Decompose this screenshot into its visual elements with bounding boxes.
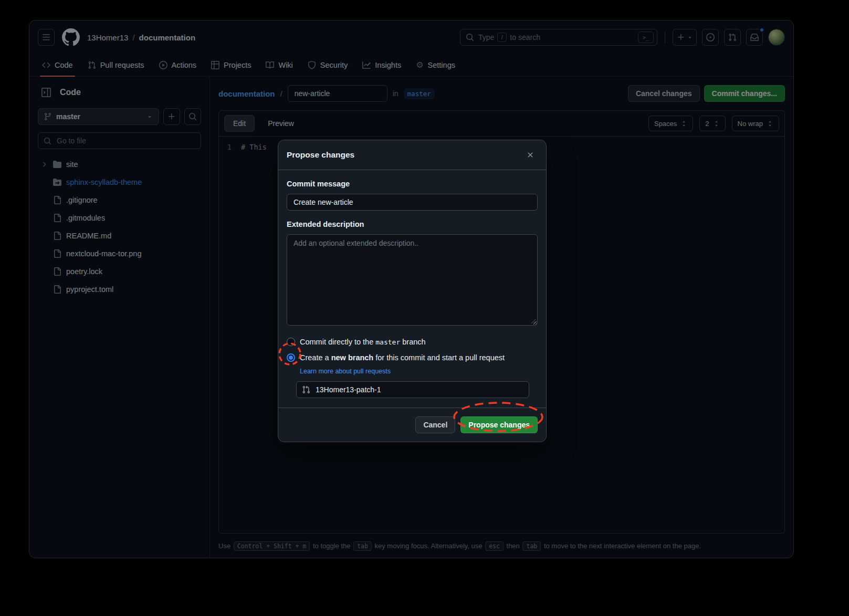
radio-text: Commit directly to the [300, 338, 373, 346]
extended-description-textarea[interactable] [287, 234, 538, 326]
extended-description-label: Extended description [287, 219, 538, 230]
radio-create-branch[interactable]: Create a new branch for this commit and … [287, 350, 538, 366]
github-window: 13Homer13 / documentation Type / to sear… [29, 20, 794, 558]
radio-text: for this commit and start a pull request [375, 353, 505, 362]
cancel-button[interactable]: Cancel [415, 416, 455, 433]
new-branch-name-field [296, 381, 529, 398]
propose-changes-button[interactable]: Propose changes [460, 416, 538, 433]
close-icon [526, 151, 534, 159]
close-button[interactable] [523, 148, 538, 162]
radio-create-branch-label: Create a new branch for this commit and … [300, 353, 505, 362]
radio-commit-direct[interactable]: Commit directly to the master branch [287, 334, 538, 350]
learn-more-link[interactable]: Learn more about pull requests [300, 367, 538, 376]
new-branch-name-input[interactable] [315, 385, 523, 394]
commit-message-label: Commit message [287, 179, 538, 190]
radio-text-bold: new branch [331, 353, 374, 362]
commit-message-input[interactable] [287, 194, 538, 211]
screenshot-canvas: { "colors": { "accent_green": "#238636",… [0, 0, 849, 616]
modal-body: Commit message Extended description Comm… [278, 170, 546, 408]
radio-commit-direct-label: Commit directly to the master branch [300, 338, 426, 346]
git-pull-request-icon [302, 385, 310, 394]
radio-text: Create a [300, 353, 329, 362]
branch-code-token: master [375, 338, 400, 346]
modal-title: Propose changes [287, 149, 523, 161]
radio-unselected-icon[interactable] [287, 338, 295, 346]
extended-description-wrap [287, 234, 538, 326]
radio-text: branch [402, 338, 425, 346]
modal-header: Propose changes [278, 140, 546, 170]
modal-footer: Cancel Propose changes [278, 408, 546, 442]
propose-changes-modal: Propose changes Commit message Extended … [278, 140, 547, 442]
radio-selected-icon[interactable] [287, 353, 295, 362]
